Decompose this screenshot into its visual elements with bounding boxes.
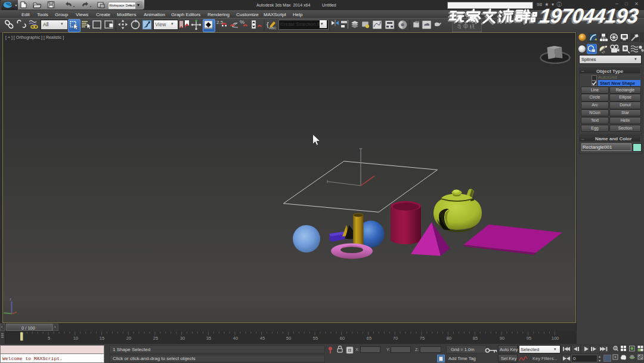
svg-text:ABC: ABC [269,26,277,30]
svg-text:%: % [240,19,244,25]
svg-text:z: z [10,297,11,301]
svg-text:197044193: 197044193 [538,5,639,27]
